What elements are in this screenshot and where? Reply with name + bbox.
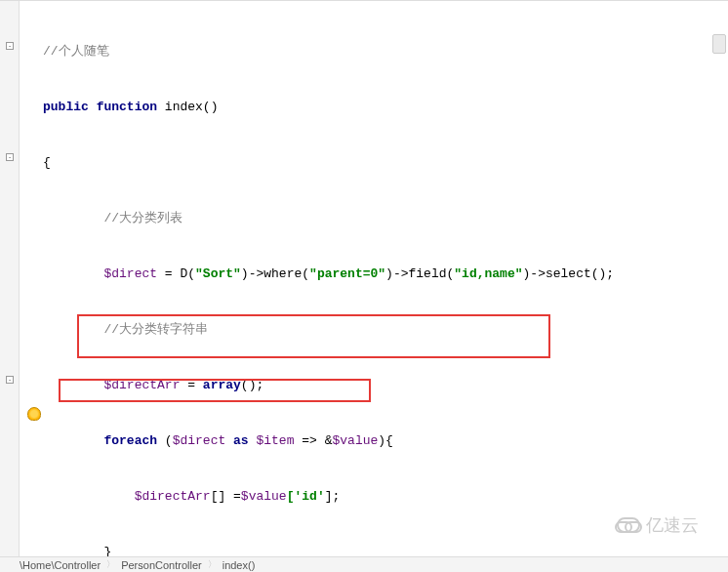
op: => & [294,433,332,448]
string: "parent=0" [309,266,385,281]
brace: } [103,545,111,556]
keyword: as [225,433,256,448]
variable: $directArr [103,378,180,392]
keyword: foreach [103,433,157,448]
breadcrumb-item[interactable]: index() [222,559,256,571]
op: (); [241,378,263,392]
brace: { [43,155,51,170]
editor-gutter: - - - [0,1,20,556]
method: )->select(); [523,266,615,281]
method: )->where( [241,266,309,281]
method: )->field( [385,266,454,281]
variable: $direct [173,433,226,448]
breadcrumb-item[interactable]: PersonController [121,559,202,571]
comment: //大分类转字符串 [103,322,208,337]
fold-icon[interactable]: - [6,153,14,161]
fold-icon[interactable]: - [6,42,14,50]
side-tool-button[interactable] [712,34,726,54]
watermark-logo-icon [617,517,640,533]
comment: //个人随笔 [43,44,109,59]
watermark: 亿速云 [617,513,699,537]
op: [] = [211,489,241,504]
op: = D( [157,266,195,281]
breadcrumb: \Home\Controller 〉 PersonController 〉 in… [0,556,728,572]
variable: $direct [103,266,157,281]
variable: $value [241,489,287,504]
variable: $value [333,433,379,448]
op: = [180,378,202,392]
keyword: public [43,100,89,114]
comment: //大分类列表 [103,211,182,225]
watermark-text: 亿速云 [646,513,699,537]
string: "Sort" [195,266,241,281]
chevron-right-icon: 〉 [208,558,217,571]
chevron-right-icon: 〉 [106,558,115,571]
keyword: function [97,100,157,114]
variable: $item [256,433,294,448]
code-content[interactable]: //个人随笔 public function index() { //大分类列表… [21,5,705,556]
func-name: index() [157,100,218,114]
variable: $directArr [135,489,211,504]
op: ){ [378,433,393,448]
breadcrumb-item[interactable]: \Home\Controller [20,559,101,571]
op: ( [157,433,173,448]
op: ]; [325,489,341,504]
code-editor-area[interactable]: - - - //个人随笔 public function index() { /… [0,0,728,556]
string: ['id' [287,489,325,504]
keyword: array [203,378,241,392]
fold-icon[interactable]: - [6,376,14,384]
string: "id,name" [454,266,522,281]
